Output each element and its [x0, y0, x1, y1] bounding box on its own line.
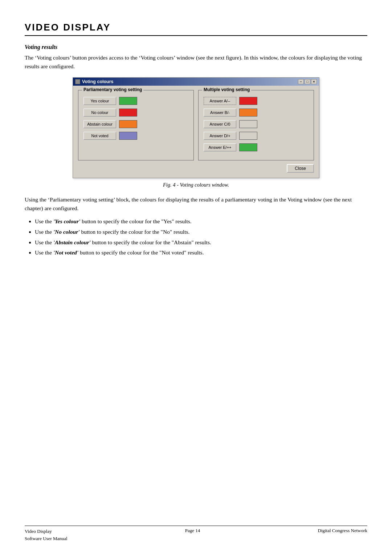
footer-left: Video Display Software User Manual	[25, 528, 68, 542]
yes-colour-row: Yes colour	[83, 97, 188, 105]
minimize-button[interactable]: −	[298, 79, 304, 84]
abstain-colour-swatch	[119, 120, 137, 128]
page: VIDEO DISPLAY Voting results The ‘Voting…	[0, 0, 392, 555]
dialog-close-button[interactable]: Close	[287, 164, 314, 173]
footer-section-name: Video Display	[25, 528, 68, 535]
list-item: Use the 'Not voted' button to specify th…	[35, 248, 367, 257]
dialog-title: Voting colours	[82, 79, 114, 84]
answer-b-swatch	[239, 109, 257, 117]
answer-b-button[interactable]: Answer B/-	[204, 109, 236, 117]
yes-colour-swatch	[119, 97, 137, 105]
no-colour-button[interactable]: No colour	[83, 109, 116, 117]
dialog-body: Parliamentary voting setting Yes colour …	[73, 86, 319, 178]
maximize-button[interactable]: □	[305, 79, 310, 84]
titlebar-controls: − □ ×	[298, 79, 317, 84]
no-colour-row: No colour	[83, 109, 188, 117]
dialog-panels: Parliamentary voting setting Yes colour …	[78, 90, 314, 160]
figure-caption: Fig. 4 - Voting colours window.	[25, 182, 367, 188]
answer-e-row: Answer E/++	[204, 143, 309, 151]
no-colour-swatch	[119, 109, 137, 117]
dialog-icon	[75, 79, 80, 84]
intro-paragraph: The ‘Voting colours’ button provides acc…	[25, 53, 367, 71]
dialog-titlebar: Voting colours − □ ×	[73, 78, 319, 86]
body-paragraph: Using the ‘Parliamentary voting setting’…	[25, 195, 367, 213]
abstain-colour-row: Abstain colour	[83, 120, 188, 128]
list-item: Use the 'Yes colour' button to specify t…	[35, 217, 367, 226]
page-header: VIDEO DISPLAY	[25, 22, 367, 36]
answer-d-swatch	[239, 132, 257, 140]
answer-a-button[interactable]: Answer A/--	[204, 97, 236, 105]
not-voted-swatch	[119, 132, 137, 140]
list-item: Use the 'No colour' button to specify th…	[35, 228, 367, 237]
dialog-footer: Close	[78, 164, 314, 173]
footer-company: Digital Congress Network	[318, 528, 367, 534]
answer-c-button[interactable]: Answer C/0	[204, 120, 236, 128]
page-footer: Video Display Software User Manual Page …	[25, 526, 367, 542]
page-title: VIDEO DISPLAY	[25, 22, 367, 36]
answer-c-row: Answer C/0	[204, 120, 309, 128]
footer-manual-name: Software User Manual	[25, 535, 68, 542]
parliamentary-group: Parliamentary voting setting Yes colour …	[78, 90, 194, 160]
answer-b-row: Answer B/-	[204, 109, 309, 117]
close-title-button[interactable]: ×	[311, 79, 317, 84]
yes-colour-button[interactable]: Yes colour	[83, 97, 116, 105]
bullet-list: Use the 'Yes colour' button to specify t…	[35, 217, 367, 257]
answer-d-row: Answer D/+	[204, 132, 309, 140]
answer-a-row: Answer A/--	[204, 97, 309, 105]
not-voted-button[interactable]: Not voted	[83, 132, 116, 140]
answer-c-swatch	[239, 120, 257, 128]
not-voted-row: Not voted	[83, 132, 188, 140]
voting-colours-dialog: Voting colours − □ × Parliamentary votin…	[73, 77, 319, 178]
answer-d-button[interactable]: Answer D/+	[204, 132, 236, 140]
multiple-group-title: Multiple voting setting	[202, 87, 251, 92]
answer-e-button[interactable]: Answer E/++	[204, 143, 236, 151]
answer-a-swatch	[239, 97, 257, 105]
abstain-colour-button[interactable]: Abstain colour	[83, 120, 116, 128]
multiple-group: Multiple voting setting Answer A/-- Answ…	[198, 90, 314, 160]
section-heading: Voting results	[25, 44, 367, 50]
answer-e-swatch	[239, 143, 257, 151]
footer-page-number: Page 14	[185, 528, 200, 534]
list-item: Use the 'Abstain colour' button to speci…	[35, 238, 367, 247]
parliamentary-group-title: Parliamentary voting setting	[82, 87, 143, 92]
titlebar-left: Voting colours	[75, 79, 114, 84]
